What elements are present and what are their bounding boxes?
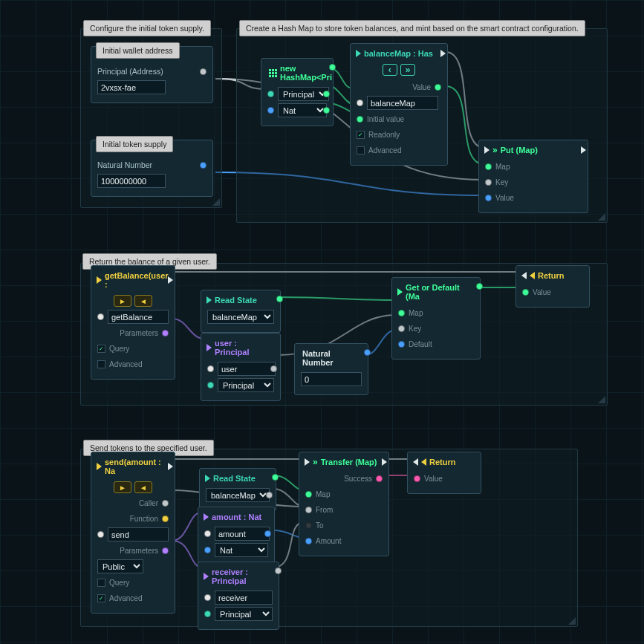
resize-handle[interactable]	[212, 198, 220, 206]
node-getbalance-fn[interactable]: getBalance(user : ► ◄ Parameters Query A…	[91, 265, 175, 380]
back-button[interactable]: ◄	[134, 295, 152, 307]
exec-out-icon[interactable]	[168, 463, 173, 470]
receiver-name-input[interactable]	[215, 591, 273, 605]
exec-out-icon[interactable]	[440, 50, 446, 57]
port-in[interactable]	[204, 513, 209, 521]
exec-out-icon[interactable]	[168, 276, 173, 284]
port-out-2[interactable]	[323, 107, 330, 114]
play-button[interactable]: ►	[114, 295, 131, 307]
play-button[interactable]: ►	[114, 481, 131, 493]
state-select[interactable]: balanceMap : Ha	[206, 488, 270, 502]
port-in-type1[interactable]	[267, 91, 274, 97]
node-user-param[interactable]: user : Principal Principal	[201, 333, 281, 401]
port-in-key[interactable]	[398, 325, 405, 332]
port-out-user[interactable]	[270, 365, 277, 372]
node-send-fn[interactable]: send(amount : Na ► ◄ Caller Function Par…	[91, 452, 175, 614]
node-nat-default[interactable]: Natural Number	[294, 343, 368, 395]
node-initial-wallet-address[interactable]: Initial wallet address Principal (Addres…	[91, 46, 213, 103]
receiver-type-select[interactable]: Principal	[215, 607, 273, 621]
node-initial-token-supply[interactable]: Initial token supply Natural Number	[91, 140, 213, 197]
principal-input[interactable]	[97, 80, 166, 94]
port-name[interactable]	[97, 313, 104, 320]
port-in-name[interactable]	[357, 100, 363, 106]
port-in-value[interactable]	[485, 195, 492, 201]
node-get-or-default[interactable]: Get or Default (Ma Map Key Default	[391, 277, 481, 360]
readonly-checkbox[interactable]	[357, 131, 365, 139]
node-return-1[interactable]: Return Value	[515, 265, 590, 308]
port-out[interactable]	[276, 296, 283, 302]
node-balancemap-var[interactable]: balanceMap : Has ‹ » Value Initial value…	[350, 43, 448, 166]
nav-prev-button[interactable]: ‹	[383, 64, 397, 76]
port-name[interactable]	[204, 594, 211, 601]
exec-in-icon[interactable]	[305, 458, 310, 466]
amount-type-select[interactable]: Nat	[215, 543, 268, 557]
exec-out-icon[interactable]	[382, 458, 387, 466]
port-out-params[interactable]	[162, 330, 169, 336]
port-type[interactable]	[204, 547, 211, 553]
port-in-value[interactable]	[522, 289, 529, 296]
port-out-grey[interactable]	[266, 492, 273, 498]
node-put-map[interactable]: »Put (Map) Map Key Value	[478, 140, 588, 213]
port-type[interactable]	[207, 382, 214, 388]
port-out-receiver[interactable]	[275, 567, 282, 574]
visibility-select[interactable]: Public	[97, 559, 143, 573]
nav-next-button[interactable]: »	[400, 64, 416, 76]
port-in-default[interactable]	[398, 341, 405, 348]
port-in-type2[interactable]	[267, 107, 274, 114]
port-in[interactable]	[204, 573, 209, 580]
node-new-hashmap[interactable]: new HashMap<Pri Principal Nat	[261, 58, 334, 126]
type1-select[interactable]: Principal	[278, 87, 329, 101]
port-in-key[interactable]	[485, 179, 492, 186]
port-out-exec[interactable]	[329, 64, 336, 71]
port-out-value[interactable]	[435, 84, 441, 91]
resize-handle[interactable]	[598, 396, 605, 403]
type2-select[interactable]: Nat	[278, 103, 327, 117]
node-receiver-param[interactable]: receiver : Principal Principal	[198, 562, 279, 630]
port-out-amount[interactable]	[264, 530, 271, 537]
advanced-checkbox[interactable]	[97, 360, 105, 368]
node-transfer-map[interactable]: »Transfer (Map) Success Map From To Amou…	[299, 452, 389, 556]
node-read-state-2[interactable]: Read State balanceMap : Ha	[199, 468, 276, 511]
exec-in-icon[interactable]	[484, 146, 489, 154]
port-name[interactable]	[204, 530, 211, 537]
query-checkbox[interactable]	[97, 345, 105, 353]
nat-input[interactable]	[97, 174, 166, 188]
exec-out-icon[interactable]	[581, 146, 586, 154]
node-return-2[interactable]: Return Value	[407, 452, 481, 494]
advanced-checkbox[interactable]	[357, 146, 365, 155]
node-read-state-1[interactable]: Read State balanceMap : Ha	[201, 290, 281, 333]
port-in-value[interactable]	[414, 475, 420, 482]
exec-in-icon[interactable]	[413, 458, 418, 466]
port-in-map[interactable]	[485, 163, 492, 170]
back-button[interactable]: ◄	[134, 481, 152, 493]
query-checkbox[interactable]	[97, 579, 105, 587]
port-out-nat[interactable]	[200, 162, 206, 169]
port-out-function[interactable]	[162, 515, 169, 522]
nat-default-input[interactable]	[301, 372, 362, 386]
port-out-nat[interactable]	[364, 349, 371, 356]
node-amount-param[interactable]: amount : Nat Nat	[198, 507, 275, 566]
state-select[interactable]: balanceMap : Ha	[207, 310, 274, 324]
port-name[interactable]	[97, 531, 104, 538]
fnname-input[interactable]	[108, 527, 169, 541]
port-out-principal[interactable]	[200, 68, 206, 75]
port-out-1[interactable]	[323, 91, 330, 97]
amount-name-input[interactable]	[215, 527, 270, 541]
port-in-initial[interactable]	[357, 116, 363, 123]
port-out[interactable]	[272, 474, 279, 481]
port-type[interactable]	[204, 611, 211, 617]
varname-input[interactable]	[367, 96, 438, 110]
user-type-select[interactable]: Principal	[218, 378, 274, 392]
advanced-checkbox[interactable]	[97, 594, 105, 602]
port-name[interactable]	[207, 365, 214, 372]
port-in-map[interactable]	[305, 491, 312, 498]
port-in[interactable]	[206, 344, 212, 351]
exec-in-icon[interactable]	[356, 50, 361, 57]
port-in-from[interactable]	[305, 507, 312, 513]
port-in-to[interactable]	[305, 522, 312, 529]
exec-in-icon[interactable]	[521, 272, 527, 279]
port-out-success[interactable]	[376, 475, 383, 482]
user-name-input[interactable]	[218, 362, 276, 376]
port-out-params[interactable]	[162, 547, 169, 554]
port-in-amount[interactable]	[305, 538, 312, 544]
